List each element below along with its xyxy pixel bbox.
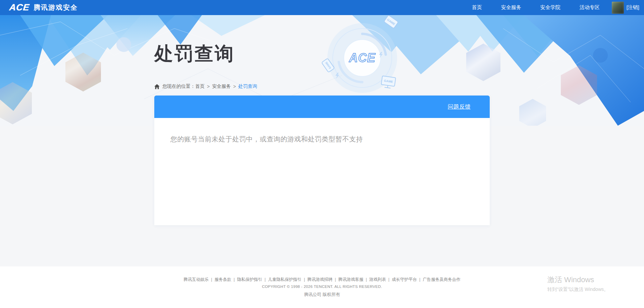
- footer-link-terms[interactable]: 服务条款: [215, 277, 231, 282]
- user-avatar[interactable]: [612, 2, 624, 14]
- query-result-message: 您的账号当前未处于处罚中，或查询的游戏和处罚类型暂不支持: [170, 135, 474, 144]
- footer-copyright: COPYRIGHT © 1998 - 2026 TENCENT. ALL RIG…: [0, 285, 644, 289]
- page-footer: 腾讯互动娱乐|服务条款|隐私保护指引|儿童隐私保护指引|腾讯游戏招聘|腾讯游戏客…: [0, 266, 644, 308]
- main-nav: 首页 安全服务 安全学院 活动专区 [注销]: [453, 2, 639, 14]
- nav-activity-zone[interactable]: 活动专区: [580, 4, 600, 11]
- feedback-link[interactable]: 问题反馈: [448, 103, 471, 111]
- footer-separator: |: [265, 277, 266, 282]
- breadcrumb-separator: >: [207, 84, 210, 89]
- footer-link-careers[interactable]: 腾讯游戏招聘: [307, 277, 332, 282]
- logout-link[interactable]: [注销]: [627, 4, 639, 11]
- brand-title: 腾讯游戏安全: [34, 3, 78, 12]
- breadcrumb-security-services[interactable]: 安全服务: [212, 83, 231, 89]
- panel-body: 您的账号当前未处于处罚中，或查询的游戏和处罚类型暂不支持: [154, 118, 490, 225]
- breadcrumb-current: 处罚查询: [238, 83, 257, 89]
- footer-link-game-list[interactable]: 游戏列表: [369, 277, 386, 282]
- breadcrumb-home[interactable]: 首页: [195, 83, 205, 89]
- query-result-panel: 问题反馈 您的账号当前未处于处罚中，或查询的游戏和处罚类型暂不支持: [154, 96, 490, 225]
- breadcrumb: 您现在的位置： 首页 > 安全服务 > 处罚查询: [154, 83, 257, 89]
- footer-link-ads-business[interactable]: 广告服务及商务合作: [423, 277, 461, 282]
- brand-logo-group[interactable]: ACE 腾讯游戏安全: [9, 2, 78, 13]
- footer-separator: |: [211, 277, 212, 282]
- decorative-dot: [593, 48, 608, 63]
- footer-link-children-privacy[interactable]: 儿童隐私保护指引: [268, 277, 302, 282]
- panel-header: 问题反馈: [154, 96, 490, 118]
- footer-link-customer-service[interactable]: 腾讯游戏客服: [338, 277, 364, 282]
- ace-logo: ACE: [9, 2, 30, 13]
- breadcrumb-prefix: 您现在的位置：: [162, 83, 195, 89]
- footer-separator: |: [304, 277, 305, 282]
- footer-links: 腾讯互动娱乐|服务条款|隐私保护指引|儿童隐私保护指引|腾讯游戏招聘|腾讯游戏客…: [0, 277, 644, 283]
- game-tablet-icon: GAME: [384, 15, 398, 28]
- footer-separator: |: [419, 277, 420, 282]
- footer-separator: |: [335, 277, 336, 282]
- top-navigation-bar: ACE 腾讯游戏安全 首页 安全服务 安全学院 活动专区 [注销]: [0, 0, 644, 15]
- main-content: 问题反馈 您的账号当前未处于处罚中，或查询的游戏和处罚类型暂不支持: [0, 96, 644, 266]
- footer-link-tencent-games[interactable]: 腾讯互动娱乐: [183, 277, 209, 282]
- ace-emblem: ACE GAME GAME GAME: [312, 15, 413, 102]
- page-title: 处罚查询: [154, 41, 235, 67]
- nav-security-services[interactable]: 安全服务: [501, 4, 521, 11]
- footer-separator: |: [366, 277, 367, 282]
- footer-separator: |: [234, 277, 235, 282]
- decorative-dot: [116, 37, 131, 52]
- nav-home[interactable]: 首页: [472, 4, 482, 11]
- game-monitor-icon: GAME: [381, 76, 396, 88]
- emblem-ace-text: ACE: [348, 51, 375, 65]
- footer-company: 腾讯公司 版权所有: [0, 292, 644, 298]
- footer-link-growth-guard[interactable]: 成长守护平台: [392, 277, 417, 282]
- nav-security-academy[interactable]: 安全学院: [540, 4, 560, 11]
- footer-link-privacy[interactable]: 隐私保护指引: [237, 277, 262, 282]
- footer-separator: |: [388, 277, 389, 282]
- breadcrumb-separator: >: [233, 84, 236, 89]
- home-icon: [154, 84, 160, 89]
